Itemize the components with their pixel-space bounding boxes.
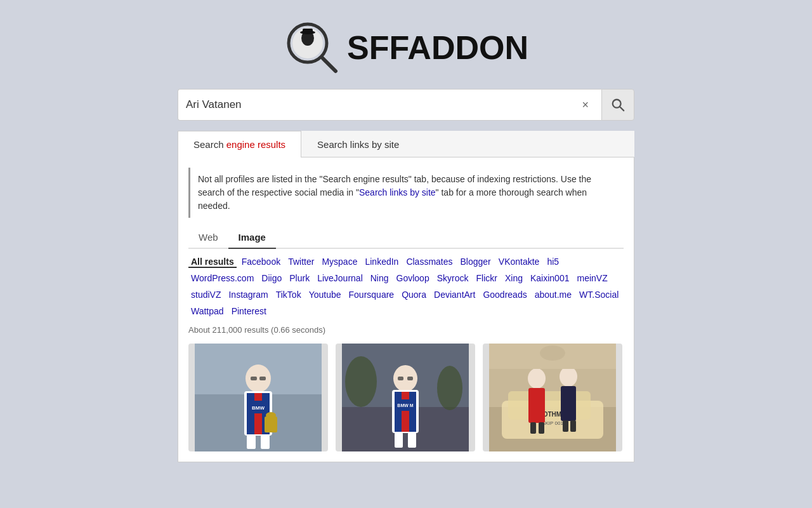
svg-rect-30 — [395, 392, 402, 432]
image-placeholder-3: ROTHM... SKIP 001 — [483, 344, 622, 451]
svg-rect-20 — [251, 377, 257, 380]
svg-rect-47 — [530, 422, 536, 434]
filter-ning[interactable]: Ning — [368, 272, 391, 284]
svg-point-45 — [528, 368, 546, 389]
logo-icon — [284, 19, 341, 76]
filter-twitter[interactable]: Twitter — [285, 255, 317, 268]
image-grid: BMW — [188, 344, 624, 451]
app-title: SFFADDON — [347, 29, 528, 67]
view-tab-image[interactable]: Image — [228, 228, 276, 249]
image-item-3[interactable]: ROTHM... SKIP 001 — [483, 344, 622, 451]
view-tab-web-label: Web — [199, 232, 218, 243]
filter-wtsocial[interactable]: WT.Social — [577, 288, 621, 301]
filter-kaixin001[interactable]: Kaixin001 — [528, 272, 572, 284]
filter-myspace[interactable]: Myspace — [319, 255, 360, 268]
filter-livejournal[interactable]: LiveJournal — [315, 272, 365, 284]
filter-facebook[interactable]: Facebook — [239, 255, 283, 268]
view-tab-image-label: Image — [239, 232, 266, 243]
filter-vkontakte[interactable]: VKontakte — [496, 255, 542, 268]
svg-rect-13 — [247, 393, 254, 434]
image-svg-1: BMW — [188, 344, 328, 451]
svg-line-4 — [323, 58, 336, 71]
svg-rect-32 — [402, 392, 409, 432]
notice-link[interactable]: Search links by site — [359, 187, 436, 197]
tab-search-engine-label: Search engine results — [193, 139, 285, 150]
filter-flickr[interactable]: Flickr — [474, 272, 500, 284]
svg-rect-38 — [407, 377, 413, 380]
filter-all[interactable]: All results — [188, 255, 237, 268]
filter-tiktok[interactable]: TikTok — [273, 288, 304, 301]
filter-wordpress[interactable]: WordPress.com — [188, 272, 256, 284]
search-input[interactable] — [186, 98, 577, 111]
filter-links: All results Facebook Twitter Myspace Lin… — [188, 255, 624, 318]
tabs-container: Search engine results Search links by si… — [178, 131, 634, 157]
filter-instagram[interactable]: Instagram — [226, 288, 270, 301]
tab-search-links[interactable]: Search links by site — [301, 131, 415, 157]
notice-box: Not all profiles are listed in the "Sear… — [188, 168, 624, 218]
search-icon — [611, 98, 625, 112]
svg-rect-35 — [395, 432, 403, 448]
search-container: × — [178, 89, 634, 121]
clear-button[interactable]: × — [577, 96, 594, 114]
filter-wattpad[interactable]: Wattpad — [188, 305, 226, 318]
image-svg-2: BMW M — [336, 344, 475, 451]
svg-rect-22 — [265, 417, 277, 432]
svg-point-11 — [246, 364, 271, 392]
svg-rect-37 — [398, 377, 403, 380]
svg-rect-48 — [539, 422, 544, 434]
view-tabs: Web Image — [188, 228, 624, 249]
svg-point-26 — [345, 356, 377, 407]
filter-plurk[interactable]: Plurk — [287, 272, 312, 284]
search-button[interactable] — [601, 89, 634, 121]
svg-text:SKIP 001: SKIP 001 — [542, 420, 563, 426]
svg-point-28 — [393, 365, 417, 392]
notice-text: Not all profiles are listed in the "Sear… — [198, 174, 591, 211]
filter-skyrock[interactable]: Skyrock — [435, 272, 471, 284]
svg-rect-31 — [409, 392, 416, 432]
filter-diigo[interactable]: Diigo — [259, 272, 284, 284]
filter-aboutme[interactable]: about.me — [532, 288, 574, 301]
filter-linkedin[interactable]: LinkedIn — [362, 255, 401, 268]
svg-point-54 — [540, 345, 565, 361]
svg-line-8 — [620, 107, 624, 110]
svg-rect-51 — [563, 420, 568, 432]
tab-search-engine[interactable]: Search engine results — [178, 131, 301, 157]
filter-deviantart[interactable]: DeviantArt — [431, 288, 478, 301]
svg-rect-19 — [261, 435, 270, 449]
image-item-2[interactable]: BMW M — [336, 344, 475, 451]
filter-pinterest[interactable]: Pinterest — [229, 305, 269, 318]
filter-classmates[interactable]: Classmates — [403, 255, 455, 268]
image-item-1[interactable]: BMW — [188, 344, 328, 451]
filter-hi5[interactable]: hi5 — [544, 255, 561, 268]
filter-studivz[interactable]: studiVZ — [188, 288, 223, 301]
search-box: × — [178, 89, 601, 121]
svg-point-49 — [560, 366, 577, 387]
filter-goodreads[interactable]: Goodreads — [480, 288, 529, 301]
view-tab-web[interactable]: Web — [188, 228, 228, 249]
filter-quora[interactable]: Quora — [399, 288, 429, 301]
svg-rect-36 — [408, 432, 416, 448]
filter-govloop[interactable]: Govloop — [394, 272, 432, 284]
header: SFFADDON — [0, 0, 812, 89]
svg-rect-6 — [303, 29, 313, 34]
filter-xing[interactable]: Xing — [502, 272, 525, 284]
main-panel: Not all profiles are listed in the "Sear… — [178, 157, 634, 462]
svg-point-27 — [437, 366, 462, 410]
svg-rect-50 — [561, 386, 576, 421]
image-placeholder-1: BMW — [188, 344, 328, 451]
svg-rect-18 — [247, 435, 256, 449]
svg-point-23 — [266, 412, 276, 418]
svg-rect-46 — [528, 388, 545, 423]
svg-rect-15 — [254, 393, 262, 434]
filter-meinvz[interactable]: meinVZ — [574, 272, 610, 284]
filter-foursquare[interactable]: Foursquare — [346, 288, 397, 301]
results-count: About 211,000 results (0.66 seconds) — [188, 325, 624, 335]
tab-search-links-label: Search links by site — [317, 139, 399, 150]
svg-rect-21 — [259, 377, 266, 380]
svg-rect-52 — [570, 420, 576, 432]
filter-youtube[interactable]: Youtube — [306, 288, 344, 301]
image-placeholder-2: BMW M — [336, 344, 475, 451]
filter-blogger[interactable]: Blogger — [458, 255, 494, 268]
svg-text:BMW M: BMW M — [397, 403, 413, 408]
svg-text:BMW: BMW — [252, 405, 265, 411]
